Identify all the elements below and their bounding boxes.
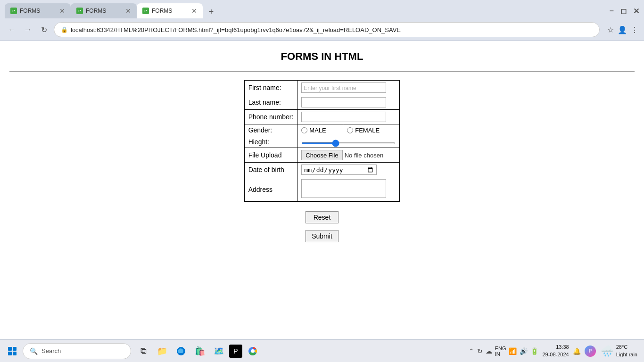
file-explorer-icon[interactable]: 📁 bbox=[154, 343, 171, 360]
gender-male-group: MALE bbox=[301, 127, 339, 134]
volume-icon[interactable]: 🔊 bbox=[520, 347, 528, 355]
jetbrains-icon[interactable]: P bbox=[229, 345, 242, 358]
store-icon[interactable]: 🛍️ bbox=[191, 343, 208, 360]
close-button[interactable]: ✕ bbox=[633, 7, 639, 16]
address-cell bbox=[297, 177, 400, 202]
maximize-button[interactable]: ◻ bbox=[620, 7, 627, 16]
file-name-text: No file chosen bbox=[345, 152, 383, 159]
phone-label: Phone number: bbox=[244, 110, 297, 124]
height-label: Hieght: bbox=[244, 136, 297, 148]
taskbar-search-bar[interactable]: 🔍 Search bbox=[23, 343, 131, 359]
maps-icon[interactable]: 🗺️ bbox=[210, 343, 227, 360]
gender-cell: MALE bbox=[297, 124, 343, 136]
reload-button[interactable]: ↻ bbox=[38, 24, 50, 36]
lock-icon: 🔒 bbox=[61, 26, 68, 33]
file-upload-label: File Upload bbox=[244, 148, 297, 163]
height-range[interactable] bbox=[301, 142, 396, 144]
first-name-cell bbox=[297, 81, 400, 95]
clock-date: 29-08-2024 bbox=[542, 351, 569, 358]
address-bar: ← → ↻ 🔒 localhost:63342/HTML%20PROJECT/F… bbox=[0, 19, 644, 41]
battery-icon[interactable]: 🔋 bbox=[530, 347, 538, 355]
phone-input[interactable] bbox=[301, 112, 386, 122]
phone-cell bbox=[297, 110, 400, 124]
wifi-icon[interactable]: 📶 bbox=[509, 347, 517, 355]
gender-female-radio[interactable] bbox=[347, 127, 353, 133]
weather-icon: 🌧️ bbox=[601, 345, 613, 357]
cloud-icon[interactable]: ☁ bbox=[486, 347, 492, 355]
clock-area[interactable]: 13:38 29-08-2024 bbox=[542, 344, 569, 358]
taskbar-app-icons: ⧉ 📁 🛍️ 🗺️ P bbox=[135, 343, 261, 360]
taskbar-right: ⌃ ↻ ☁ ENG IN 📶 🔊 🔋 13:38 29-08-2024 🔔 P bbox=[469, 344, 596, 358]
browser-chrome: P FORMS ✕ P FORMS ✕ P FORMS ✕ + – ◻ ✕ bbox=[0, 0, 644, 41]
file-upload-row: File Upload Choose File No file chosen bbox=[244, 148, 400, 163]
page-content: FORMS IN HTML First name: Last name: bbox=[0, 41, 644, 339]
back-button[interactable]: ← bbox=[6, 24, 18, 36]
form-container: First name: Last name: Phone number: bbox=[9, 80, 635, 202]
address-input[interactable]: 🔒 localhost:63342/HTML%20PROJECT/FORMS.h… bbox=[54, 22, 600, 37]
weather-temp: 28°C bbox=[616, 344, 637, 351]
gender-female-group: FEMALE bbox=[347, 127, 396, 134]
submit-button[interactable]: Submit bbox=[305, 230, 339, 242]
height-row: Hieght: bbox=[244, 136, 400, 148]
address-label: Address bbox=[244, 177, 297, 202]
tab-2[interactable]: P FORMS ✕ bbox=[71, 3, 137, 18]
tabs-area: P FORMS ✕ P FORMS ✕ P FORMS ✕ + bbox=[5, 3, 605, 18]
svg-point-3 bbox=[251, 349, 255, 353]
tab-3[interactable]: P FORMS ✕ bbox=[137, 3, 203, 18]
tab-2-label: FORMS bbox=[86, 8, 123, 14]
tab-1[interactable]: P FORMS ✕ bbox=[5, 3, 71, 18]
tab-1-close[interactable]: ✕ bbox=[59, 8, 65, 14]
refresh-icon[interactable]: ↻ bbox=[477, 347, 483, 355]
window-controls: – ◻ ✕ bbox=[610, 7, 639, 16]
taskbar: 🔍 Search ⧉ 📁 🛍️ 🗺️ P ⌃ ↻ ☁ bbox=[0, 339, 644, 362]
edge-icon[interactable] bbox=[173, 343, 190, 360]
last-name-row: Last name: bbox=[244, 95, 400, 110]
tab-3-favicon: P bbox=[142, 8, 149, 14]
clock-time: 13:38 bbox=[556, 344, 569, 351]
tab-3-close[interactable]: ✕ bbox=[191, 8, 197, 14]
lang-label: ENG IN bbox=[495, 346, 506, 357]
first-name-label: First name: bbox=[244, 81, 297, 95]
profile-avatar[interactable]: P bbox=[585, 346, 596, 357]
tab-2-favicon: P bbox=[76, 8, 83, 14]
last-name-cell bbox=[297, 95, 400, 110]
phone-row: Phone number: bbox=[244, 110, 400, 124]
new-tab-button[interactable]: + bbox=[205, 5, 218, 18]
reset-button[interactable]: Reset bbox=[305, 211, 339, 223]
height-cell bbox=[297, 136, 400, 148]
dob-label: Date of birth bbox=[244, 163, 297, 177]
menu-icon[interactable]: ⋮ bbox=[631, 25, 638, 34]
dob-cell bbox=[297, 163, 400, 177]
chrome-icon[interactable] bbox=[244, 343, 261, 360]
last-name-label: Last name: bbox=[244, 95, 297, 110]
address-row: Address bbox=[244, 177, 400, 202]
gender-row: Gender: MALE FEMALE bbox=[244, 124, 400, 136]
address-actions: ☆ 👤 ⋮ bbox=[607, 25, 638, 34]
start-button[interactable] bbox=[4, 343, 21, 360]
address-textarea[interactable] bbox=[301, 179, 386, 198]
profile-icon[interactable]: 👤 bbox=[618, 25, 627, 34]
forward-button[interactable]: → bbox=[22, 24, 34, 36]
dob-row: Date of birth bbox=[244, 163, 400, 177]
task-view-icon[interactable]: ⧉ bbox=[135, 343, 152, 360]
gender-male-label: MALE bbox=[309, 127, 326, 134]
gender-female-label: FEMALE bbox=[355, 127, 380, 134]
dob-input[interactable] bbox=[301, 165, 377, 175]
up-arrow-icon[interactable]: ⌃ bbox=[469, 347, 474, 355]
gender-male-radio[interactable] bbox=[301, 127, 307, 133]
buttons-area: Reset Submit bbox=[9, 211, 635, 242]
gender-female-cell: FEMALE bbox=[343, 124, 400, 136]
form-divider bbox=[9, 71, 635, 72]
system-tray-icons: ⌃ ↻ ☁ ENG IN 📶 🔊 🔋 bbox=[469, 346, 539, 357]
tab-2-close[interactable]: ✕ bbox=[125, 8, 131, 14]
address-text: localhost:63342/HTML%20PROJECT/FORMS.htm… bbox=[71, 26, 401, 33]
choose-file-button[interactable]: Choose File bbox=[301, 150, 342, 160]
gender-label: Gender: bbox=[244, 124, 297, 136]
first-name-input[interactable] bbox=[301, 82, 386, 93]
bookmark-icon[interactable]: ☆ bbox=[607, 25, 614, 34]
file-upload-cell: Choose File No file chosen bbox=[297, 148, 400, 163]
title-bar: P FORMS ✕ P FORMS ✕ P FORMS ✕ + – ◻ ✕ bbox=[0, 0, 644, 19]
notification-icon[interactable]: 🔔 bbox=[573, 347, 581, 355]
last-name-input[interactable] bbox=[301, 97, 386, 107]
minimize-button[interactable]: – bbox=[610, 7, 614, 15]
